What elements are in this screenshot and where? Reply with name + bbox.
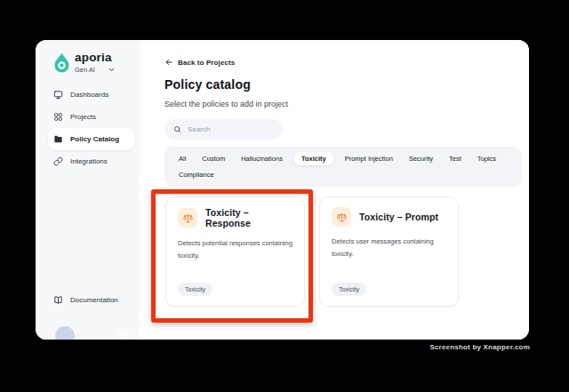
sidebar-item-projects[interactable]: Projects bbox=[48, 106, 134, 128]
card-icon-box bbox=[332, 207, 351, 227]
sidebar-item-label: Documentation bbox=[70, 296, 118, 304]
workspace-name: Gen AI bbox=[75, 66, 95, 74]
tab-security[interactable]: Security bbox=[404, 152, 438, 165]
folder-icon bbox=[53, 134, 63, 144]
card-title: Toxicity – Response bbox=[205, 207, 293, 228]
sidebar-item-label: Projects bbox=[70, 113, 96, 121]
brand-name: aporia bbox=[75, 51, 116, 64]
sidebar-item-dashboards[interactable]: Dashboards bbox=[48, 84, 134, 106]
avatar[interactable] bbox=[55, 326, 75, 340]
workspace-switcher[interactable]: aporia Gen AI bbox=[53, 51, 116, 74]
search-icon bbox=[173, 125, 181, 133]
search-input[interactable] bbox=[188, 125, 276, 133]
card-tag-badge: Toxicity bbox=[178, 283, 212, 296]
dashboard-icon bbox=[53, 90, 63, 100]
sidebar-nav: Dashboards Projects Policy Catalog bbox=[36, 84, 140, 172]
policy-card-toxicity-prompt[interactable]: Toxicity – Prompt Detects user messages … bbox=[319, 196, 459, 307]
scales-icon bbox=[182, 212, 194, 224]
tab-topics[interactable]: Topics bbox=[472, 152, 501, 165]
tab-test[interactable]: Test bbox=[444, 152, 467, 165]
page-title: Policy catalog bbox=[164, 77, 251, 92]
page-subtitle: Select the policies to add in project bbox=[164, 100, 288, 108]
partial-circle-decoration bbox=[117, 329, 129, 340]
book-icon bbox=[53, 295, 63, 305]
link-icon bbox=[53, 156, 63, 166]
projects-grid-icon bbox=[53, 112, 63, 122]
tab-custom[interactable]: Custom bbox=[196, 152, 230, 165]
category-tabs: All Custom Hallucinations Toxicity Promp… bbox=[164, 147, 522, 187]
tab-all[interactable]: All bbox=[173, 152, 191, 165]
sidebar-footer: Documentation bbox=[36, 289, 140, 311]
scales-icon bbox=[336, 212, 348, 223]
sidebar-item-integrations[interactable]: Integrations bbox=[48, 150, 134, 172]
policy-cards: Toxicity – Response Detects potential re… bbox=[165, 196, 459, 307]
sidebar-item-policy-catalog[interactable]: Policy Catalog bbox=[48, 128, 134, 150]
sidebar-item-label: Dashboards bbox=[70, 91, 108, 99]
card-tag-badge: Toxicity bbox=[332, 283, 366, 296]
card-description: Detects user messages containing toxicit… bbox=[332, 236, 457, 260]
sidebar-item-label: Policy Catalog bbox=[70, 135, 119, 143]
chevron-down-icon[interactable] bbox=[108, 66, 116, 74]
tab-compliance[interactable]: Compliance bbox=[173, 168, 220, 181]
back-to-projects-link[interactable]: Back to Projects bbox=[164, 58, 235, 67]
tab-prompt-injection[interactable]: Prompt Injection bbox=[340, 152, 398, 165]
sidebar: aporia Gen AI Dashboards bbox=[36, 40, 140, 340]
card-title: Toxicity – Prompt bbox=[359, 212, 438, 222]
back-link-label: Back to Projects bbox=[178, 59, 235, 67]
arrow-left-icon bbox=[164, 58, 173, 67]
main-content: Back to Projects Policy catalog Select t… bbox=[140, 40, 529, 340]
card-description: Detects potential responses containing t… bbox=[178, 237, 303, 262]
tab-toxicity[interactable]: Toxicity bbox=[293, 152, 334, 165]
card-icon-box bbox=[178, 208, 197, 228]
policy-card-toxicity-response[interactable]: Toxicity – Response Detects potential re… bbox=[165, 196, 305, 307]
aporia-logo-icon bbox=[53, 52, 70, 73]
sidebar-item-documentation[interactable]: Documentation bbox=[48, 289, 134, 311]
app-window: aporia Gen AI Dashboards bbox=[36, 40, 529, 340]
watermark-credit: Screenshot by Xnapper.com bbox=[429, 343, 530, 351]
tab-hallucinations[interactable]: Hallucinations bbox=[236, 152, 288, 165]
sidebar-item-label: Integrations bbox=[70, 157, 108, 165]
search-bar[interactable] bbox=[164, 119, 283, 140]
